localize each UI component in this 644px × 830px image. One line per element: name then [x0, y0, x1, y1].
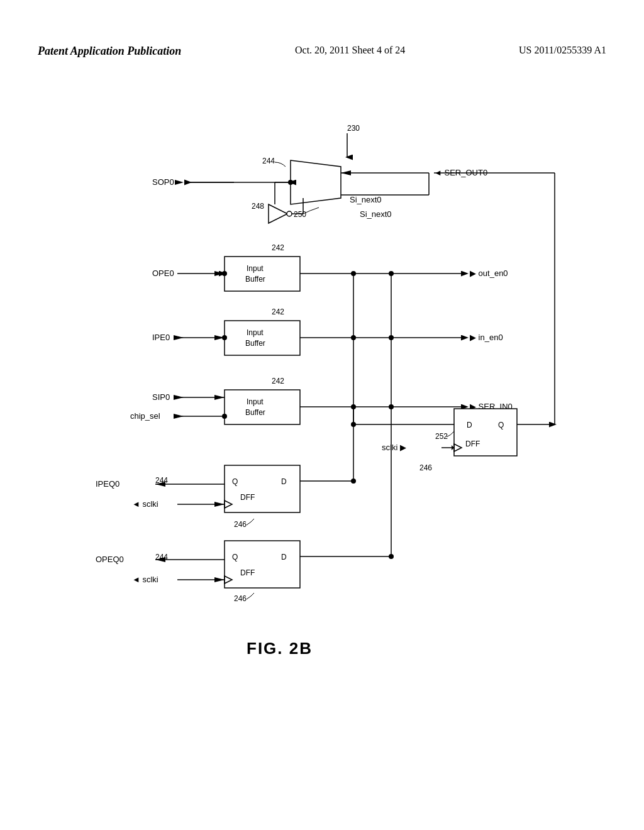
sclki-lt-arrow [214, 502, 225, 507]
dot-bus2-367 [389, 335, 394, 340]
dot-bus-265 [351, 271, 356, 276]
label-si-next0-line: Si_next0 [350, 195, 382, 204]
patent-number-label: US 2011/0255339 A1 [519, 45, 606, 55]
dot-bus-367 [351, 335, 356, 340]
signal-sclki-lt: ◄ sclki [132, 499, 158, 509]
input-buffer-1 [225, 257, 300, 291]
header: Patent Application Publication Oct. 20, … [0, 44, 644, 58]
ib1-text2: Buffer [245, 275, 265, 284]
sip0-arrowhead [174, 395, 184, 400]
fig-label: FIG. 2B [247, 639, 313, 658]
label-244-top: 244 [262, 157, 275, 165]
signal-out-en0: ▶ out_en0 [470, 268, 508, 278]
label-248: 248 [252, 202, 264, 211]
page: Patent Application Publication Oct. 20, … [0, 0, 644, 830]
signal-ipeq0: IPEQ0 [96, 479, 119, 489]
dot-dff-r [351, 422, 356, 427]
dff-lb-d: D [281, 553, 287, 562]
input-buffer-2 [225, 321, 300, 355]
label-246-left-top: 246 [234, 520, 247, 529]
dff-lt-label: DFF [240, 493, 255, 502]
signal-in-en0: ▶ in_en0 [470, 333, 503, 342]
label-242-2: 242 [272, 307, 284, 316]
signal-sop0: SOP0 [152, 177, 174, 187]
label-242-1: 242 [272, 243, 284, 252]
dot-ipe0 [222, 335, 227, 340]
mux-top [291, 160, 341, 204]
ib2-text1: Input [247, 328, 264, 337]
dot-dff-lb [389, 554, 394, 559]
ib3-text1: Input [247, 397, 264, 406]
sclki-lb-arrow [214, 577, 225, 582]
ipe0-arrowhead [174, 335, 184, 340]
date-sheet-label: Oct. 20, 2011 Sheet 4 of 24 [295, 45, 405, 55]
dot-bus2-265 [389, 271, 394, 276]
dff-right-q: Q [498, 421, 504, 429]
label-242-3: 242 [272, 377, 284, 385]
signal-chip-sel: chip_sel [130, 411, 160, 421]
ib1-text1: Input [247, 264, 264, 273]
sip0-arrow [214, 395, 225, 400]
dff-right-label: DFF [465, 440, 480, 448]
signal-ope0: OPE0 [152, 268, 174, 278]
header-center: Oct. 20, 2011 Sheet 4 of 24 [295, 44, 405, 57]
publication-label: Patent Application Publication [38, 45, 181, 57]
header-left: Patent Application Publication [38, 44, 181, 58]
circuit-svg: text { font-family: Arial, Helvetica, sa… [38, 107, 606, 767]
label-246-right: 246 [419, 463, 432, 472]
inverter-bubble [287, 211, 292, 216]
ib3-text2: Buffer [245, 408, 265, 417]
header-right: US 2011/0255339 A1 [519, 44, 606, 57]
label-230: 230 [347, 124, 360, 133]
signal-si-next0: Si_next0 [360, 209, 392, 219]
signal-sclki-right: sclki ▶ [382, 443, 406, 452]
signal-opeq0: OPEQ0 [96, 555, 124, 564]
chip-sel-arrowhead [174, 414, 184, 419]
dot-ope0 [222, 271, 227, 276]
sop0-arrowhead [175, 180, 184, 185]
label-246-left-bot: 246 [234, 594, 247, 603]
dff-left-top [225, 465, 300, 512]
signal-sip0: SIP0 [152, 392, 170, 402]
input-buffer-3 [225, 390, 300, 424]
dff-lb-q: Q [232, 553, 238, 562]
dot-dff-lt [351, 479, 356, 484]
ser-out0-arrowhead [341, 170, 351, 175]
ib2-text2: Buffer [245, 339, 265, 348]
dot-chip-sel [222, 414, 227, 419]
dff-right [454, 409, 517, 456]
dff-lt-q: Q [232, 477, 238, 486]
inverter [269, 204, 287, 223]
signal-sclki-lb: ◄ sclki [132, 575, 158, 584]
label-252: 252 [435, 432, 448, 441]
dff-lt-d: D [281, 477, 287, 486]
signal-ipe0: IPE0 [152, 333, 170, 342]
dff-lb-label: DFF [240, 568, 255, 577]
dff-right-d: D [467, 421, 472, 429]
label-250: 250 [294, 210, 306, 219]
dff-left-bot [225, 541, 300, 588]
circuit-diagram: text { font-family: Arial, Helvetica, sa… [38, 107, 606, 767]
